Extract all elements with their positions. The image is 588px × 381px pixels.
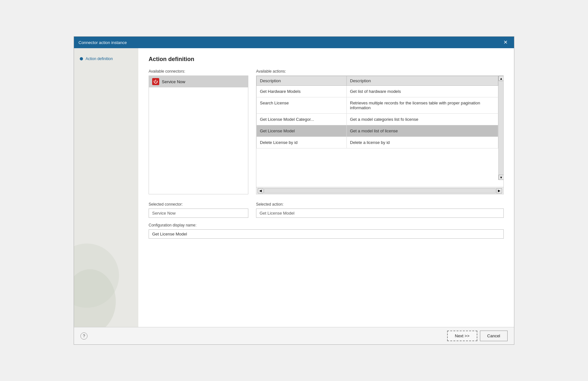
- sidebar-step-label: Action definition: [86, 57, 113, 61]
- scroll-right-button[interactable]: ▶: [496, 188, 502, 193]
- selected-action-label: Selected action:: [256, 202, 504, 207]
- scroll-down-button[interactable]: ▼: [499, 175, 504, 180]
- actions-table: Description Description Get Hardware Mod…: [256, 75, 504, 194]
- connectors-column: Available connectors: Service Now: [149, 69, 248, 194]
- action-name-cell: Get License Model Categor...: [257, 114, 347, 125]
- selected-connector-label: Selected connector:: [149, 202, 248, 207]
- title-bar: Connector action instance ✕: [74, 37, 514, 48]
- scroll-left-button[interactable]: ◀: [258, 188, 263, 193]
- h-scroll-track: [264, 188, 496, 193]
- svg-rect-1: [155, 80, 156, 82]
- config-display-name-label: Configuration display name:: [149, 223, 504, 227]
- help-button[interactable]: ?: [80, 332, 87, 340]
- connector-list[interactable]: Service Now: [149, 75, 248, 194]
- config-display-name-input[interactable]: [149, 229, 504, 239]
- actions-table-scroll[interactable]: Description Description Get Hardware Mod…: [256, 76, 503, 148]
- action-desc-cell: Get list of hardware models: [347, 86, 498, 97]
- action-desc-cell: Delete a license by id: [347, 137, 498, 148]
- next-button[interactable]: Next >>: [447, 331, 477, 341]
- selected-action-field: Selected action:: [256, 202, 504, 218]
- power-svg-icon: [153, 79, 158, 84]
- sidebar: Action definition: [74, 48, 138, 327]
- connector-item-servicenow[interactable]: Service Now: [149, 76, 248, 87]
- table-row[interactable]: Get Hardware Models Get list of hardware…: [257, 86, 503, 97]
- actions-column: Available actions: Description Descripti…: [256, 69, 504, 194]
- step-dot: [80, 57, 83, 60]
- scroll-up-button[interactable]: ▲: [499, 76, 504, 81]
- connector-name: Service Now: [162, 79, 185, 84]
- selected-fields-row: Selected connector: Selected action:: [149, 202, 504, 218]
- table-row[interactable]: Get License Model Get a model list of li…: [257, 125, 503, 137]
- close-button[interactable]: ✕: [501, 39, 510, 46]
- available-actions-label: Available actions:: [256, 69, 504, 74]
- footer-left: ?: [80, 332, 87, 340]
- dialog-footer: ? Next >> Cancel: [74, 327, 514, 344]
- main-content: Action definition Available connectors:: [138, 48, 514, 327]
- config-display-name-field: Configuration display name:: [149, 223, 504, 239]
- col-header-name: Description: [257, 76, 347, 86]
- table-row[interactable]: Search License Retrieves multiple record…: [257, 97, 503, 114]
- bottom-fields: Selected connector: Selected action: Con…: [149, 202, 504, 239]
- action-name-cell: Get Hardware Models: [257, 86, 347, 97]
- dialog-body: Action definition Action definition Avai…: [74, 48, 514, 327]
- actions-data-table: Description Description Get Hardware Mod…: [256, 76, 503, 148]
- selected-connector-field: Selected connector:: [149, 202, 248, 218]
- sidebar-item-action-definition[interactable]: Action definition: [77, 55, 135, 63]
- actions-table-wrapper: Description Description Get Hardware Mod…: [256, 76, 503, 187]
- action-desc-cell: Get a model categories list fo license: [347, 114, 498, 125]
- footer-buttons: Next >> Cancel: [447, 331, 508, 341]
- table-row[interactable]: Get License Model Categor... Get a model…: [257, 114, 503, 125]
- action-name-cell: Search License: [257, 97, 347, 114]
- available-connectors-label: Available connectors:: [149, 69, 248, 74]
- two-column-layout: Available connectors: Service Now: [149, 69, 504, 194]
- dialog-title: Connector action instance: [78, 40, 127, 45]
- action-desc-cell: Retrieves multiple records for the licen…: [347, 97, 498, 114]
- selected-action-input[interactable]: [256, 208, 504, 218]
- action-desc-cell: Get a model list of license: [347, 125, 498, 137]
- scroll-track: [499, 81, 503, 175]
- vertical-scrollbar[interactable]: ▲ ▼: [498, 76, 503, 180]
- col-header-desc: Description: [347, 76, 498, 86]
- horizontal-scrollbar[interactable]: ◀ ▶: [256, 187, 503, 194]
- section-title: Action definition: [149, 56, 504, 63]
- action-name-cell: Delete License by id: [257, 137, 347, 148]
- selected-connector-input[interactable]: [149, 208, 248, 218]
- cancel-button[interactable]: Cancel: [480, 331, 508, 341]
- table-row[interactable]: Delete License by id Delete a license by…: [257, 137, 503, 148]
- action-name-cell: Get License Model: [257, 125, 347, 137]
- dialog: Connector action instance ✕ Action defin…: [74, 36, 514, 345]
- servicenow-icon: [152, 78, 159, 85]
